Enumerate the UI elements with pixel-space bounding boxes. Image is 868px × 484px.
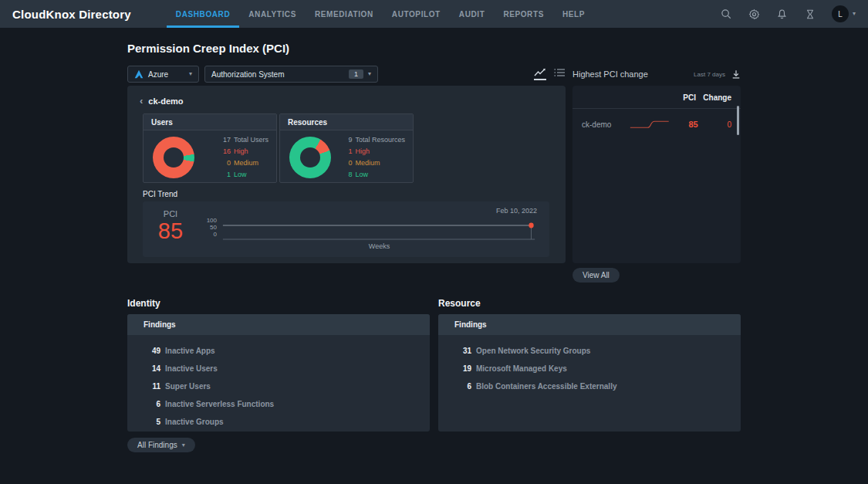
tab-dashboard[interactable]: DASHBOARD bbox=[167, 0, 239, 28]
users-medium-label: Medium bbox=[234, 157, 258, 169]
pci-trend-chart: Feb 10, 2022 100 50 0 bbox=[198, 201, 549, 257]
users-low-label: Low bbox=[234, 169, 247, 181]
pci-metric: PCI 85 bbox=[143, 201, 198, 257]
download-icon[interactable] bbox=[731, 69, 741, 80]
users-card-body: 17Total Users 16High 0Medium 1Low bbox=[144, 130, 276, 183]
user-menu[interactable]: L ▾ bbox=[832, 5, 856, 22]
top-nav: CloudKnox Directory DASHBOARD ANALYTICS … bbox=[0, 0, 868, 28]
resources-stats: 9Total Resources 1High 0Medium 8Low bbox=[338, 134, 405, 181]
identity-findings-list: 49Inactive Apps 14Inactive Users 11Super… bbox=[127, 335, 430, 426]
search-icon[interactable] bbox=[721, 8, 733, 20]
gear-icon[interactable] bbox=[748, 8, 761, 20]
resources-total-label: Total Resources bbox=[355, 134, 405, 146]
change-column-header: Change bbox=[696, 93, 731, 102]
tab-audit[interactable]: AUDIT bbox=[450, 0, 495, 28]
users-medium-stat: 0Medium bbox=[217, 157, 269, 169]
users-total-label: Total Users bbox=[234, 134, 269, 146]
findings-row: Identity Findings 49Inactive Apps 14Inac… bbox=[127, 298, 741, 432]
resources-total-stat: 9Total Resources bbox=[338, 134, 405, 146]
list-item[interactable]: 49Inactive Apps bbox=[127, 347, 430, 355]
y-tick-100: 100 bbox=[198, 217, 217, 224]
finding-label: Super Users bbox=[165, 382, 211, 391]
resource-findings-list: 31Open Network Security Groups 19Microso… bbox=[438, 335, 741, 391]
azure-icon bbox=[134, 69, 144, 79]
chart-view-toggle[interactable] bbox=[534, 68, 546, 80]
finding-label: Inactive Serverless Functions bbox=[165, 400, 274, 408]
back-chevron-icon[interactable]: ‹ bbox=[140, 96, 143, 106]
trend-end-point bbox=[529, 223, 533, 228]
finding-label: Microsoft Managed Keys bbox=[476, 364, 567, 373]
authorization-system-count-badge: 1 bbox=[349, 69, 363, 79]
tab-autopilot[interactable]: AUTOPILOT bbox=[383, 0, 450, 28]
pci-column-header: PCI bbox=[668, 93, 696, 102]
resource-findings-panel: Findings 31Open Network Security Groups … bbox=[438, 314, 741, 432]
chevron-down-icon: ▾ bbox=[368, 71, 371, 77]
resource-title: Resource bbox=[438, 298, 741, 309]
finding-count: 14 bbox=[144, 364, 160, 373]
list-item[interactable]: 11Super Users bbox=[127, 382, 430, 391]
table-row[interactable]: ck-demo 85 0 bbox=[572, 109, 741, 140]
breadcrumb: ‹ ck-demo bbox=[127, 86, 566, 113]
list-view-toggle[interactable] bbox=[554, 68, 566, 77]
pci-metric-label: PCI bbox=[143, 209, 198, 218]
finding-count: 11 bbox=[144, 382, 160, 391]
resources-medium-stat: 0Medium bbox=[338, 157, 405, 169]
resources-low-count: 8 bbox=[338, 169, 352, 181]
tab-help[interactable]: HELP bbox=[553, 0, 594, 28]
tab-remediation[interactable]: REMEDIATION bbox=[306, 0, 383, 28]
trend-date-label: Feb 10, 2022 bbox=[496, 207, 537, 215]
resources-high-count: 1 bbox=[338, 146, 352, 157]
list-item[interactable]: 6Inactive Serverless Functions bbox=[127, 400, 430, 408]
resources-card-title: Resources bbox=[280, 114, 413, 130]
platform-select[interactable]: Azure ▾ bbox=[127, 66, 199, 83]
pci-trend-label: PCI Trend bbox=[143, 190, 566, 198]
finding-count: 6 bbox=[454, 382, 471, 391]
users-high-label: High bbox=[234, 146, 248, 157]
list-item[interactable]: 5Inactive Groups bbox=[127, 418, 430, 426]
view-toggles bbox=[534, 68, 566, 80]
chevron-down-icon: ▾ bbox=[853, 11, 856, 17]
finding-label: Inactive Groups bbox=[165, 418, 224, 426]
list-item[interactable]: 19Microsoft Managed Keys bbox=[438, 364, 741, 373]
nav-tabs: DASHBOARD ANALYTICS REMEDIATION AUTOPILO… bbox=[167, 0, 594, 28]
finding-label: Open Network Security Groups bbox=[476, 347, 590, 355]
list-item[interactable]: 6Blob Containers Accessible Externally bbox=[438, 382, 741, 391]
highest-pci-header: Highest PCI change Last 7 days bbox=[572, 66, 741, 83]
list-item[interactable]: 14Inactive Users bbox=[127, 364, 430, 373]
trend-x-axis-label: Weeks bbox=[221, 242, 537, 250]
auth-system-name: ck-demo bbox=[582, 120, 628, 129]
tab-reports[interactable]: REPORTS bbox=[494, 0, 553, 28]
users-stats: 17Total Users 16High 0Medium 1Low bbox=[217, 134, 269, 181]
resources-card-body: 9Total Resources 1High 0Medium 8Low bbox=[280, 130, 413, 183]
scrollbar[interactable] bbox=[737, 106, 739, 135]
finding-label: Inactive Users bbox=[165, 364, 218, 373]
finding-count: 5 bbox=[144, 418, 160, 426]
chevron-down-icon: ▾ bbox=[189, 71, 192, 77]
tab-analytics[interactable]: ANALYTICS bbox=[239, 0, 306, 28]
users-total-stat: 17Total Users bbox=[217, 134, 269, 146]
resources-medium-count: 0 bbox=[338, 157, 352, 169]
pci-detail-panel: ‹ ck-demo Users 17Total Users 16High bbox=[127, 86, 566, 263]
resource-section: Resource Findings 31Open Network Securit… bbox=[438, 298, 741, 432]
avatar[interactable]: L bbox=[832, 5, 849, 22]
users-high-count: 16 bbox=[217, 146, 231, 157]
pci-table-header: PCI Change bbox=[572, 86, 741, 109]
list-item[interactable]: 31Open Network Security Groups bbox=[438, 347, 741, 355]
authorization-system-select[interactable]: Authorization System 1 ▾ bbox=[204, 66, 378, 83]
resources-medium-label: Medium bbox=[355, 157, 380, 169]
finding-label: Inactive Apps bbox=[165, 347, 215, 355]
bell-icon[interactable] bbox=[776, 8, 789, 20]
risk-cards-row: Users 17Total Users 16High 0Medium 1Low bbox=[143, 113, 566, 183]
hourglass-icon[interactable] bbox=[804, 8, 816, 20]
authorization-system-label: Authorization System bbox=[211, 70, 285, 79]
page-title: Permission Creep Index (PCI) bbox=[127, 42, 741, 55]
identity-findings-panel: Findings 49Inactive Apps 14Inactive User… bbox=[127, 314, 430, 432]
view-all-button[interactable]: View All bbox=[572, 268, 620, 283]
pci-value: 85 bbox=[672, 120, 698, 129]
all-findings-button[interactable]: All Findings ▾ bbox=[127, 438, 195, 452]
platform-select-value: Azure bbox=[148, 70, 168, 79]
range-label: Last 7 days bbox=[694, 71, 725, 78]
y-tick-0: 0 bbox=[198, 231, 217, 238]
resource-findings-header: Findings bbox=[438, 314, 741, 335]
finding-count: 6 bbox=[144, 400, 160, 408]
